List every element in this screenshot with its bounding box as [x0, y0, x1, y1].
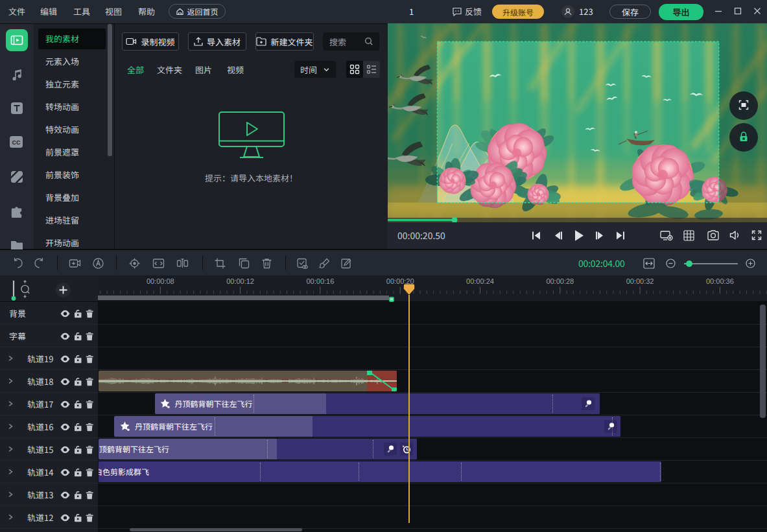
- svg-text:CC: CC: [12, 139, 21, 146]
- svg-text:00:00:36: 00:00:36: [706, 277, 734, 285]
- svg-text:00:00:16: 00:00:16: [306, 277, 334, 285]
- svg-text:00:00:24: 00:00:24: [466, 277, 494, 285]
- svg-text:00:00:08: 00:00:08: [147, 277, 174, 285]
- svg-text:00:00:28: 00:00:28: [546, 277, 574, 285]
- svg-text:00:00:32: 00:00:32: [626, 277, 654, 285]
- svg-text:00:00:12: 00:00:12: [226, 277, 254, 285]
